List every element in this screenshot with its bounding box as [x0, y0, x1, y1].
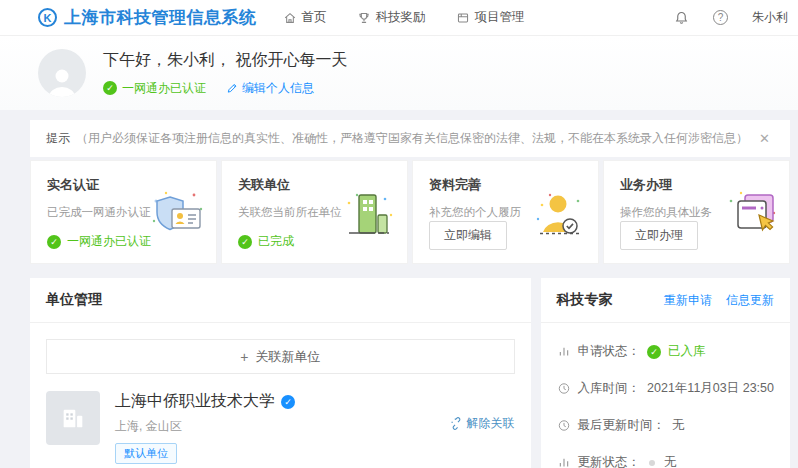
auth-status-badge: ✓ 一网通办已认证 — [103, 80, 206, 97]
header-actions: ? 朱小利 — [674, 9, 788, 26]
expert-row-update-status: 更新状态： 无 — [541, 444, 790, 468]
logo-k-icon: K — [38, 8, 57, 27]
notice-label: 提示 — [46, 130, 70, 147]
status-dot — [649, 460, 655, 466]
card-real-name-auth: 实名认证 已完成一网通办认证 ✓ 一网通办已认证 — [30, 160, 217, 264]
unit-location: 上海, 金山区 — [115, 418, 295, 435]
edit-now-button[interactable]: 立即编辑 — [429, 221, 507, 250]
user-menu[interactable]: 朱小利 — [752, 9, 788, 26]
unit-info: 上海中侨职业技术大学 ✓ 上海, 金山区 默认单位 — [115, 391, 295, 464]
clock-icon — [557, 382, 571, 395]
greeting-message: 下午好，朱小利， 祝你开心每一天 — [103, 50, 347, 71]
check-circle-icon: ✓ — [238, 235, 252, 249]
trophy-icon — [357, 11, 371, 25]
expert-panel-title: 科技专家 — [557, 291, 613, 309]
expert-row-last-update-time: 最后更新时间： 无 — [541, 407, 790, 444]
handle-now-button[interactable]: 立即办理 — [620, 221, 698, 250]
card-profile-complete: 资料完善 补充您的个人履历 立即编辑 — [412, 160, 599, 264]
notice-cards-section: 提示 （用户必须保证各项注册信息的真实性、准确性，严格遵守国家有关信息保密的法律… — [30, 120, 790, 264]
help-icon[interactable]: ? — [713, 10, 728, 25]
unit-name: 上海中侨职业技术大学 — [115, 391, 275, 412]
plus-icon: + — [240, 349, 248, 365]
card-business-handle: 业务办理 操作您的具体业务 立即办理 — [603, 160, 790, 264]
window-click-icon — [719, 187, 781, 247]
top-header: K 上海市科技管理信息系统 首页 科技奖励 项目管理 ? 朱 — [0, 0, 798, 36]
check-circle-icon: ✓ — [47, 235, 61, 249]
buildings-icon — [337, 187, 399, 247]
brand-logo[interactable]: K 上海市科技管理信息系统 — [38, 6, 257, 29]
card-linked-unit: 关联单位 关联您当前所在单位 ✓ 已完成 — [221, 160, 408, 264]
unit-list-item: 上海中侨职业技术大学 ✓ 上海, 金山区 默认单位 解除关联 — [46, 391, 515, 464]
unit-panel-title: 单位管理 — [46, 291, 102, 309]
verified-badge-icon: ✓ — [281, 395, 295, 409]
nav-label: 项目管理 — [475, 9, 525, 26]
status-icon — [557, 456, 571, 468]
notice-text: （用户必须保证各项注册信息的真实性、准确性，严格遵守国家有关信息保密的法律、法规… — [76, 130, 755, 147]
main-nav: 首页 科技奖励 项目管理 — [283, 9, 525, 26]
unlink-unit-link[interactable]: 解除关联 — [450, 415, 515, 432]
nav-item-awards[interactable]: 科技奖励 — [357, 9, 426, 26]
expert-row-apply-status: 申请状态： ✓ 已入库 — [541, 333, 790, 370]
unit-management-panel: 单位管理 + 关联新单位 — [30, 278, 531, 468]
nav-label: 科技奖励 — [376, 9, 426, 26]
close-icon[interactable]: ✕ — [755, 131, 774, 146]
person-check-icon — [528, 187, 590, 247]
status-cards: 实名认证 已完成一网通办认证 ✓ 一网通办已认证 关 — [30, 160, 790, 264]
app-title: 上海市科技管理信息系统 — [64, 6, 257, 29]
unit-building-icon — [46, 391, 100, 445]
notice-bar: 提示 （用户必须保证各项注册信息的真实性、准确性，严格遵守国家有关信息保密的法律… — [30, 120, 790, 157]
unlink-icon — [450, 417, 463, 430]
nav-item-home[interactable]: 首页 — [283, 9, 327, 26]
pencil-icon — [226, 82, 238, 94]
page: K 上海市科技管理信息系统 首页 科技奖励 项目管理 ? 朱 — [0, 0, 798, 468]
expert-row-entry-time: 入库时间： 2021年11月03日 23:50 — [541, 370, 790, 407]
project-icon — [456, 11, 470, 25]
nav-label: 首页 — [302, 9, 327, 26]
bottom-section: 单位管理 + 关联新单位 — [30, 278, 790, 468]
info-update-link[interactable]: 信息更新 — [726, 292, 774, 309]
tech-expert-panel: 科技专家 重新申请 信息更新 申请状态： ✓ 已入库 入库时间： 2021年11… — [541, 278, 790, 468]
check-circle-icon: ✓ — [103, 81, 117, 95]
nav-item-projects[interactable]: 项目管理 — [456, 9, 525, 26]
greeting-section: 下午好，朱小利， 祝你开心每一天 ✓ 一网通办已认证 编辑个人信息 — [0, 36, 798, 110]
greeting-text-block: 下午好，朱小利， 祝你开心每一天 ✓ 一网通办已认证 编辑个人信息 — [103, 50, 347, 97]
clock-icon — [557, 419, 571, 432]
add-unit-button[interactable]: + 关联新单位 — [46, 339, 515, 374]
card-status: 已完成 — [258, 233, 294, 250]
check-circle-icon: ✓ — [647, 345, 661, 359]
reapply-link[interactable]: 重新申请 — [664, 292, 712, 309]
card-status: 一网通办已认证 — [67, 233, 151, 250]
user-avatar — [38, 49, 86, 97]
edit-profile-link[interactable]: 编辑个人信息 — [226, 80, 314, 97]
default-unit-tag: 默认单位 — [115, 443, 177, 464]
home-icon — [283, 11, 297, 25]
shield-id-icon — [146, 187, 208, 247]
status-icon — [557, 345, 571, 358]
notification-bell-icon[interactable] — [674, 10, 689, 25]
